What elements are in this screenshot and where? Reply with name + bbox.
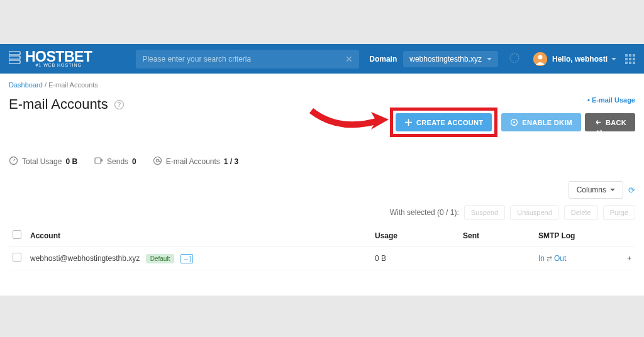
svg-point-7	[513, 121, 515, 123]
svg-point-5	[538, 55, 542, 59]
bulk-label: With selected (0 / 1):	[390, 208, 459, 217]
search-container: ✕	[136, 50, 359, 69]
page-title: E-mail Accounts	[9, 96, 108, 113]
apps-grid-icon[interactable]	[625, 54, 635, 64]
search-input[interactable]	[142, 55, 345, 64]
search-clear-icon[interactable]: ✕	[345, 54, 353, 64]
select-all-checkbox[interactable]	[13, 230, 21, 239]
stats-row: Total Usage 0 B Sends 0 E-mail Accounts …	[9, 156, 635, 167]
default-badge: Default	[146, 254, 175, 263]
create-label: CREATE ACCOUNT	[416, 119, 483, 126]
back-button[interactable]: ↩ BACK	[585, 113, 635, 131]
greeting-text: Hello, webhosti	[552, 55, 608, 64]
row-checkbox[interactable]	[13, 253, 21, 262]
enable-dkim-button[interactable]: ENABLE DKIM	[501, 113, 581, 131]
bulk-actions: With selected (0 / 1): Suspend Unsuspend…	[9, 205, 635, 220]
col-usage[interactable]: Usage	[371, 225, 459, 246]
back-arrow-icon: ↩	[594, 118, 602, 126]
svg-rect-1	[9, 56, 20, 59]
col-sent[interactable]: Sent	[459, 225, 535, 246]
smtp-in-link[interactable]: In	[538, 254, 545, 263]
arrow-annotation	[308, 104, 390, 138]
breadcrumb-current: E-mail Accounts	[48, 81, 98, 89]
domain-value: webhostingtesthb.xyz	[409, 55, 482, 64]
refresh-icon[interactable]: ⟳	[628, 185, 635, 195]
sent-cell	[459, 246, 535, 270]
svg-point-11	[156, 159, 158, 162]
accounts-table: Account Usage Sent SMTP Log webhosti@web…	[9, 225, 635, 270]
stat-accounts: E-mail Accounts 1 / 3	[153, 156, 238, 167]
domain-label: Domain	[369, 55, 397, 64]
domain-selector[interactable]: webhostingtesthb.xyz	[403, 51, 498, 67]
highlighted-action: CREATE ACCOUNT	[390, 108, 497, 137]
gear-icon	[510, 118, 518, 126]
help-icon[interactable]: ?	[114, 100, 124, 109]
breadcrumb: Dashboard / E-mail Accounts	[9, 80, 635, 96]
stat-sends: Sends 0	[94, 156, 136, 167]
chevron-down-icon	[610, 189, 615, 194]
notification-icon[interactable]	[508, 52, 521, 67]
suspend-button[interactable]: Suspend	[464, 205, 505, 220]
main-content: Dashboard / E-mail Accounts E-mail Accou…	[0, 74, 644, 296]
user-menu[interactable]: Hello, webhosti	[552, 55, 616, 64]
purge-button[interactable]: Purge	[603, 205, 635, 220]
svg-point-10	[153, 157, 161, 165]
at-icon	[153, 156, 162, 167]
chevron-down-icon	[487, 58, 492, 63]
swap-icon: ⇄	[547, 255, 552, 262]
stat-total-usage: Total Usage 0 B	[9, 156, 77, 167]
col-smtp[interactable]: SMTP Log	[535, 225, 610, 246]
create-account-button[interactable]: CREATE ACCOUNT	[396, 113, 492, 131]
svg-rect-2	[9, 60, 20, 64]
email-usage-link[interactable]: • E-mail Usage	[390, 96, 635, 104]
smtp-out-link[interactable]: Out	[554, 254, 566, 263]
send-icon	[94, 156, 103, 167]
delete-button[interactable]: Delete	[564, 205, 598, 220]
server-icon	[9, 50, 21, 68]
gauge-icon	[9, 156, 18, 167]
avatar[interactable]	[533, 52, 547, 66]
back-label: BACK	[606, 119, 626, 126]
login-icon[interactable]: →]	[180, 254, 194, 263]
account-email: webhosti@webhostingtesthb.xyz	[30, 254, 140, 263]
breadcrumb-root[interactable]: Dashboard	[9, 81, 43, 89]
col-account[interactable]: Account	[26, 225, 371, 246]
dkim-label: ENABLE DKIM	[522, 119, 572, 126]
plus-icon	[404, 118, 413, 126]
columns-button[interactable]: Columns	[569, 181, 623, 199]
brand-logo[interactable]: HOSTBET #1 WEB HOSTING	[9, 50, 92, 68]
unsuspend-button[interactable]: Unsuspend	[510, 205, 559, 220]
expand-icon[interactable]: +	[627, 254, 631, 263]
table-row: webhosti@webhostingtesthb.xyz Default →]…	[9, 246, 635, 270]
brand-name: HOSTBET	[25, 50, 92, 64]
usage-cell: 0 B	[371, 246, 459, 270]
svg-rect-9	[95, 158, 101, 163]
chevron-down-icon	[611, 58, 616, 63]
svg-point-3	[510, 53, 519, 62]
svg-rect-0	[9, 52, 20, 55]
top-header: HOSTBET #1 WEB HOSTING ✕ Domain webhosti…	[0, 44, 644, 74]
